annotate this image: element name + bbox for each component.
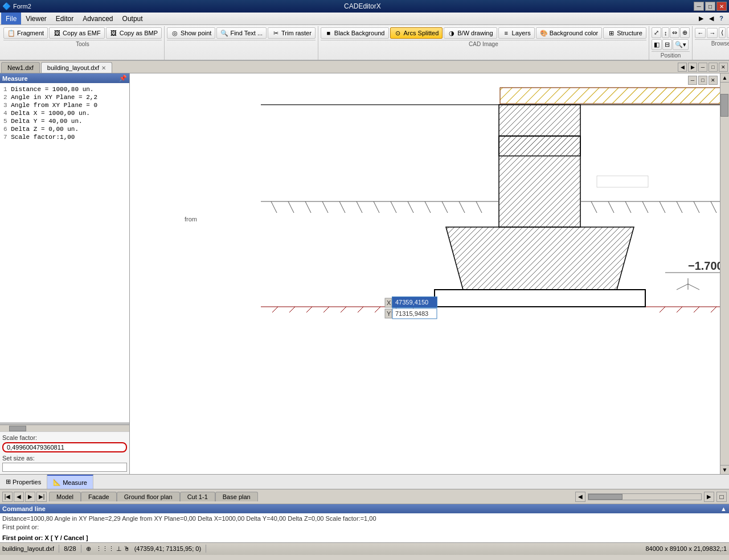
browse-next-btn[interactable]: → [707, 28, 718, 38]
fragment-button[interactable]: 📋 Fragment [3, 27, 48, 39]
pos-btn-2[interactable]: ↕ [662, 27, 670, 38]
tab-close-icon[interactable]: ✕ [101, 65, 106, 71]
sheet-model[interactable]: Model [49, 492, 81, 501]
position-row2: ◧ ⊟ 🔍▾ [652, 39, 690, 50]
pos3-icon: ⇔ [672, 29, 677, 36]
layers-button[interactable]: ≡ Layers [498, 27, 535, 39]
close-button[interactable]: ✕ [716, 2, 727, 11]
menu-help-icon[interactable]: ▶ [697, 14, 706, 23]
vp-minimize-btn[interactable]: ─ [688, 76, 697, 85]
sheet-hscroll-track[interactable] [588, 493, 702, 500]
pos4-icon: ⊕ [682, 29, 687, 36]
trim-raster-button[interactable]: ✂ Trim raster [268, 27, 316, 39]
app-icon: 🔷 [2, 2, 11, 10]
tab-new1[interactable]: New1.dxf [1, 62, 40, 73]
vscroll-down-btn[interactable]: ▼ [720, 465, 729, 474]
bw-drawing-button[interactable]: ◑ B/W drawing [444, 27, 497, 39]
browse-end-btn[interactable]: ⟩ [727, 27, 729, 38]
structure-button[interactable]: ⊞ Structure [603, 27, 646, 39]
command-expand-icon[interactable]: ▲ [720, 505, 727, 512]
vp-restore-btn[interactable]: □ [698, 76, 707, 85]
vp-close-btn[interactable]: ✕ [708, 76, 718, 85]
zoom-icon: 🔍▾ [675, 41, 686, 48]
zoom-dropdown[interactable]: 🔍▾ [673, 39, 689, 50]
sheet-facade[interactable]: Facade [81, 492, 117, 501]
size-input[interactable] [2, 463, 127, 472]
arcs-splitted-button[interactable]: ⊙ Arcs Splitted [390, 27, 443, 39]
pos-btn-5[interactable]: ◧ [652, 39, 662, 50]
left-bottom: Scale factor: Set size as: [0, 431, 129, 474]
sheet-expand-btn[interactable]: □ [716, 492, 727, 502]
vscroll-track[interactable] [720, 83, 729, 465]
size-label: Set size as: [2, 455, 127, 462]
sheet-first-btn[interactable]: |◀ [2, 492, 13, 502]
pos-btn-4[interactable]: ⊕ [680, 27, 690, 38]
menu-bar: File Viewer Editor Advanced Output ▶ ◀ ? [0, 13, 729, 25]
pos-btn-6[interactable]: ⊟ [662, 39, 672, 50]
svg-text:71315,9483: 71315,9483 [395, 310, 428, 317]
tab-measure[interactable]: 📐 Measure [47, 475, 93, 489]
tab-building-layout[interactable]: building_layout.dxf ✕ [41, 62, 112, 73]
tab-minimize[interactable]: ─ [698, 63, 707, 72]
view-label [167, 40, 316, 41]
browse-start-btn[interactable]: ⟨ [719, 27, 726, 38]
position-label: Position [652, 51, 690, 59]
menu-advanced[interactable]: Advanced [78, 13, 117, 24]
emf-icon: 🖼 [53, 29, 61, 37]
sheet-last-btn[interactable]: ▶| [36, 492, 47, 502]
find-text-button[interactable]: 🔍 Find Text ... [216, 27, 267, 39]
vp-vscroll[interactable]: ▲ ▼ [720, 73, 729, 474]
window-title: CADEditorX [31, 2, 694, 10]
svg-rect-4 [500, 88, 729, 104]
sheet-prev-btn[interactable]: ◀ [14, 492, 24, 502]
vscroll-up-btn[interactable]: ▲ [720, 73, 729, 83]
menu-help-btn[interactable]: ? [717, 14, 726, 23]
window-controls[interactable]: ─ □ ✕ [694, 2, 727, 11]
tab-scroll-left[interactable]: ◀ [678, 63, 687, 72]
bg-color-button[interactable]: 🎨 Background color [536, 27, 603, 39]
browse-right-icon: → [709, 30, 715, 36]
tab-properties[interactable]: ⊞ Properties [0, 475, 47, 489]
sheet-hscroll-left[interactable]: ◀ [575, 492, 585, 502]
ribbon-group-browse: ← → ⟨ ⟩ ≫ Browse [693, 26, 729, 60]
sheet-next-btn[interactable]: ▶ [25, 492, 35, 502]
cad-svg: −0.300 −1.700 from X 47359,4150 47359,41… [130, 73, 729, 474]
hscroll-thumb[interactable] [9, 426, 26, 431]
menu-file[interactable]: File [1, 13, 21, 24]
browse-prev-btn[interactable]: ← [695, 28, 706, 38]
menu-viewer[interactable]: Viewer [21, 13, 51, 24]
pos-btn-3[interactable]: ⇔ [670, 27, 679, 38]
sheet-base[interactable]: Base plan [215, 492, 258, 501]
sheet-cut[interactable]: Cut 1-1 [180, 492, 215, 501]
tab-close[interactable]: ✕ [719, 63, 728, 72]
scale-factor-label: Scale factor: [2, 434, 127, 441]
sheet-hscroll-thumb[interactable] [588, 494, 622, 500]
tab-restore[interactable]: □ [708, 63, 718, 72]
measure-hscroll[interactable] [0, 425, 129, 431]
black-bg-button[interactable]: ■ Black Background [321, 27, 389, 39]
minimize-button[interactable]: ─ [694, 2, 704, 11]
position-row1: ⤢ ↕ ⇔ ⊕ [652, 27, 690, 38]
pos-btn-1[interactable]: ⤢ [652, 27, 661, 38]
browse-start-icon: ⟨ [721, 29, 723, 36]
restore-button[interactable]: □ [705, 2, 715, 11]
sheet-hscroll-right[interactable]: ▶ [704, 492, 714, 502]
menu-back-icon[interactable]: ◀ [707, 14, 716, 23]
tools-buttons: 📋 Fragment 🖼 Copy as EMF 🖼 Copy as BMP [3, 27, 162, 39]
tab-scroll-right[interactable]: ▶ [688, 63, 697, 72]
sheet-ground[interactable]: Ground floor plan [117, 492, 180, 501]
vscroll-thumb[interactable] [720, 94, 728, 117]
measure-pin-icon[interactable]: 📌 [119, 75, 127, 82]
measure-row-6: 6 Delta Z = 0,00 un. [2, 125, 127, 133]
menu-output[interactable]: Output [118, 13, 148, 24]
copy-bmp-button[interactable]: 🖼 Copy as BMP [106, 27, 162, 39]
command-input[interactable]: First point or: X [ Y / Cancel ] [0, 533, 729, 542]
status-coords: (47359,41; 71315,95; 0) [134, 545, 201, 552]
copy-emf-button[interactable]: 🖼 Copy as EMF [49, 27, 105, 39]
show-point-button[interactable]: ◎ Show point [167, 27, 215, 39]
menu-editor[interactable]: Editor [51, 13, 78, 24]
scale-input[interactable] [2, 442, 127, 452]
cad-viewport[interactable]: −0.300 −1.700 from X 47359,4150 47359,41… [130, 73, 729, 474]
status-div1 [59, 545, 59, 553]
browse-label: Browse [695, 39, 729, 47]
